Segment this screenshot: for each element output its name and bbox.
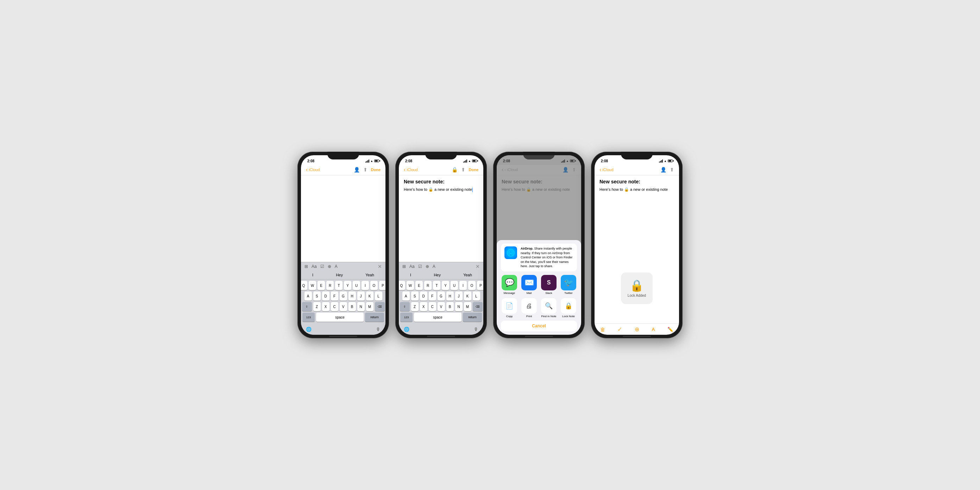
suggestion-i-2[interactable]: I [407, 272, 414, 278]
key-o-2[interactable]: O [468, 281, 476, 290]
suggestion-yeah-2[interactable]: Yeah [460, 272, 475, 278]
key-s[interactable]: S [313, 291, 321, 301]
key-k-2[interactable]: K [464, 291, 471, 301]
share-icon-4[interactable]: ⬆ [670, 167, 674, 172]
key-w[interactable]: W [309, 281, 316, 290]
share-app-message[interactable]: 💬 Message [501, 275, 518, 294]
close-keyboard-1[interactable]: ✕ [378, 264, 382, 269]
key-y[interactable]: Y [344, 281, 351, 290]
key-return-2[interactable]: return [463, 313, 482, 322]
back-button-2[interactable]: iCloud [404, 167, 418, 173]
key-r[interactable]: R [326, 281, 334, 290]
key-123[interactable]: 123 [302, 313, 315, 322]
suggestion-hey-1[interactable]: Hey [333, 272, 346, 278]
add-icon-1[interactable]: ⊕ [328, 264, 331, 269]
key-c-2[interactable]: C [429, 302, 436, 311]
pen-icon-1[interactable]: A [335, 264, 337, 269]
key-e[interactable]: E [318, 281, 325, 290]
key-l[interactable]: L [375, 291, 382, 301]
key-a-2[interactable]: A [402, 291, 410, 301]
key-delete[interactable]: ⌫ [375, 302, 385, 311]
key-t[interactable]: T [335, 281, 342, 290]
check-icon-1[interactable]: ☑ [320, 264, 324, 269]
key-v[interactable]: V [340, 302, 347, 311]
suggestion-i-1[interactable]: I [309, 272, 316, 278]
key-k[interactable]: K [366, 291, 374, 301]
globe-icon-2[interactable]: 🌐 [404, 327, 409, 332]
key-i[interactable]: I [361, 281, 369, 290]
done-button-1[interactable]: Done [371, 167, 381, 172]
mic-icon-1[interactable]: 🎙 [376, 327, 380, 332]
table-icon-2[interactable]: ⊞ [402, 264, 406, 269]
key-x-2[interactable]: X [420, 302, 427, 311]
key-n-2[interactable]: N [455, 302, 463, 311]
key-space[interactable]: space [316, 313, 364, 322]
key-d-2[interactable]: D [420, 291, 427, 301]
key-c[interactable]: C [331, 302, 338, 311]
key-s-2[interactable]: S [411, 291, 418, 301]
key-w-2[interactable]: W [407, 281, 414, 290]
close-keyboard-2[interactable]: ✕ [476, 264, 480, 269]
key-space-2[interactable]: space [414, 313, 461, 322]
key-q-2[interactable]: Q [399, 281, 405, 290]
key-q[interactable]: Q [301, 281, 307, 290]
done-button-2[interactable]: Done [469, 167, 479, 172]
key-e-2[interactable]: E [415, 281, 423, 290]
key-r-2[interactable]: R [424, 281, 431, 290]
format-icon-1[interactable]: Aa [312, 264, 317, 269]
share-action-lock[interactable]: 🔒 Lock Note [560, 298, 577, 318]
key-d[interactable]: D [322, 291, 329, 301]
key-b[interactable]: B [348, 302, 356, 311]
key-g-2[interactable]: G [438, 291, 445, 301]
key-b-2[interactable]: B [446, 302, 454, 311]
share-app-slack[interactable]: S Slack [540, 275, 557, 294]
key-u-2[interactable]: U [450, 281, 458, 290]
key-123-2[interactable]: 123 [400, 313, 412, 322]
compose-button-4[interactable]: ✏️ [667, 327, 673, 332]
format-button-4[interactable]: A [652, 327, 655, 332]
share-icon-2[interactable]: ⬆ [461, 167, 465, 172]
add-icon-2[interactable]: ⊕ [426, 264, 429, 269]
key-n[interactable]: N [357, 302, 365, 311]
key-z-2[interactable]: Z [411, 302, 418, 311]
trash-button-4[interactable]: 🗑 [600, 327, 605, 332]
cancel-button[interactable]: Cancel [501, 321, 577, 331]
note-content-2[interactable]: New secure note: Here's how to 🔒 a new o… [399, 175, 483, 262]
key-delete-2[interactable]: ⌫ [473, 302, 483, 311]
key-shift-2[interactable]: ⇧ [400, 302, 410, 311]
key-p-2[interactable]: P [477, 281, 483, 290]
check-button-4[interactable]: ✓ [617, 326, 622, 332]
share-app-mail[interactable]: ✉️ Mail [520, 275, 538, 294]
key-shift[interactable]: ⇧ [302, 302, 312, 311]
key-return[interactable]: return [365, 313, 384, 322]
pen-icon-2[interactable]: A [433, 264, 436, 269]
key-t-2[interactable]: T [433, 281, 441, 290]
share-action-copy[interactable]: 📄 Copy [501, 298, 518, 318]
key-j-2[interactable]: J [455, 291, 463, 301]
back-button-4[interactable]: iCloud [600, 167, 614, 173]
key-m-2[interactable]: M [464, 302, 471, 311]
key-o[interactable]: O [370, 281, 378, 290]
share-action-print[interactable]: 🖨 Print [520, 298, 538, 318]
table-icon-1[interactable]: ⊞ [304, 264, 308, 269]
mic-icon-2[interactable]: 🎙 [474, 327, 478, 332]
key-u[interactable]: U [353, 281, 360, 290]
key-l-2[interactable]: L [473, 291, 480, 301]
back-button-1[interactable]: iCloud [306, 167, 320, 173]
key-f[interactable]: F [331, 291, 338, 301]
key-f-2[interactable]: F [429, 291, 436, 301]
key-h[interactable]: H [348, 291, 356, 301]
suggestion-hey-2[interactable]: Hey [431, 272, 444, 278]
key-m[interactable]: M [366, 302, 374, 311]
suggestion-yeah-1[interactable]: Yeah [363, 272, 377, 278]
key-h-2[interactable]: H [446, 291, 454, 301]
check-icon-2[interactable]: ☑ [418, 264, 422, 269]
share-app-twitter[interactable]: 🐦 Twitter [560, 275, 577, 294]
key-y-2[interactable]: Y [442, 281, 449, 290]
key-a[interactable]: A [304, 291, 312, 301]
key-p[interactable]: P [379, 281, 385, 290]
share-icon-1[interactable]: ⬆ [363, 167, 368, 172]
key-x[interactable]: X [322, 302, 329, 311]
key-g[interactable]: G [340, 291, 347, 301]
key-i-2[interactable]: I [460, 281, 467, 290]
